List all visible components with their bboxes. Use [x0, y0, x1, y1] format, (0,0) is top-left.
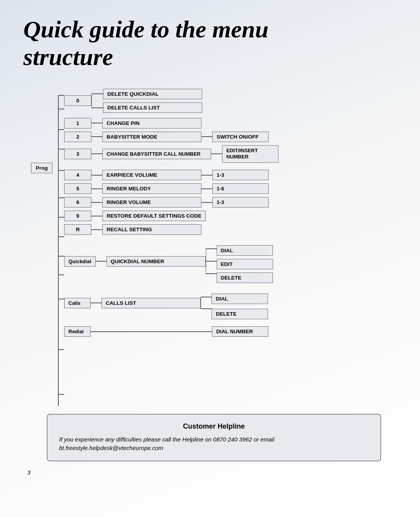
helpline-title: Customer Helpline — [59, 422, 369, 431]
sub-delete-calls: DELETE — [212, 309, 268, 319]
key-r-group: R RECALL SETTING — [64, 224, 278, 235]
page-number: 3 — [23, 469, 397, 476]
key-0-group: 0 DELETE QUICKDIAL DELETE CALLS LIST — [64, 87, 278, 115]
sub-delete-quickdial: DELETE — [217, 273, 273, 283]
func-delete-calls-list: DELETE CALLS LIST — [103, 102, 202, 113]
menu-chart: Prog — [31, 87, 397, 406]
sub-1-3-ringer: 1-3 — [212, 197, 269, 208]
key0-bracket — [91, 87, 103, 115]
key-quickdial: Quickdial — [64, 256, 96, 267]
sub-dial-number: DIAL NUMBER — [212, 326, 268, 337]
key-4: 4 — [64, 170, 91, 180]
func-ringer-volume: RINGER VOLUME — [102, 197, 201, 208]
sub-edit-insert: EDIT/INSERTNUMBER — [222, 145, 278, 163]
key-9: 9 — [64, 211, 91, 221]
key-3-group: 3 CHANGE BABYSITTER CALL NUMBER EDIT/INS… — [64, 145, 278, 163]
key-2: 2 — [64, 132, 91, 142]
key-5: 5 — [64, 183, 91, 194]
sub-1-3-earpiece: 1-3 — [212, 170, 269, 180]
calls-bracket — [201, 290, 212, 316]
bracket-svg — [52, 87, 64, 437]
page-title: Quick guide to the menu structure — [23, 16, 397, 71]
helpline-box: Customer Helpline If you experience any … — [47, 414, 381, 461]
key-0: 0 — [64, 95, 91, 106]
sub-dial-quickdial: DIAL — [217, 245, 273, 256]
quickdial-bracket — [206, 242, 217, 281]
key-r: R — [64, 224, 91, 235]
func-babysitter-mode: BABYSITTER MODE — [102, 132, 201, 142]
helpline-text: If you experience any difficulties pleas… — [59, 435, 369, 453]
key-calls: Calls — [64, 298, 91, 308]
func-earpiece-volume: EARPIECE VOLUME — [102, 170, 201, 180]
sub-1-6: 1-6 — [212, 183, 269, 194]
func-delete-quickdial: DELETE QUICKDIAL — [103, 89, 202, 99]
func-change-babysitter: CHANGE BABYSITTER CALL NUMBER — [102, 149, 211, 159]
key-5-group: 5 RINGER MELODY 1-6 — [64, 183, 278, 194]
key-1-group: 1 CHANGE PIN — [64, 118, 278, 128]
calls-group: Calls CALLS LIST DIAL DELETE — [64, 290, 278, 319]
key-3: 3 — [64, 149, 91, 159]
key-9-group: 9 RESTORE DEFAULT SETTINGS CODE — [64, 211, 278, 221]
sub-dial-calls: DIAL — [212, 294, 268, 304]
prog-box: Prog — [31, 163, 52, 173]
func-restore-default: RESTORE DEFAULT SETTINGS CODE — [102, 211, 206, 221]
key-6: 6 — [64, 197, 91, 208]
key-1: 1 — [64, 118, 91, 128]
func-recall-setting: RECALL SETTING — [102, 224, 201, 235]
key-6-group: 6 RINGER VOLUME 1-3 — [64, 197, 278, 208]
func-change-pin: CHANGE PIN — [102, 118, 201, 128]
key-4-group: 4 EARPIECE VOLUME 1-3 — [64, 170, 278, 180]
func-quickdial-number: QUICKDIAL NUMBER — [107, 256, 206, 267]
func-ringer-melody: RINGER MELODY — [102, 183, 201, 194]
sub-switch-onoff: SWITCH ON/OFF — [212, 132, 269, 142]
key-redial: Redial — [64, 326, 91, 337]
sub-edit-quickdial: EDIT — [217, 259, 273, 269]
redial-group: Redial DIAL NUMBER — [64, 326, 278, 337]
quickdial-group: Quickdial QUICKDIAL NUMBER DIAL EDIT DEL… — [64, 242, 278, 283]
func-calls-list: CALLS LIST — [102, 298, 201, 308]
key-2-group: 2 BABYSITTER MODE SWITCH ON/OFF — [64, 132, 278, 142]
